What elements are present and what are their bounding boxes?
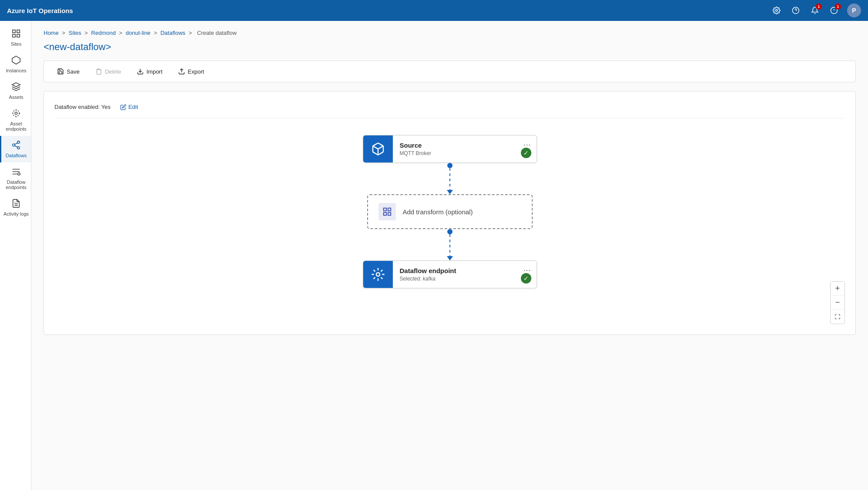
alerts-badge: 1: [835, 3, 841, 10]
edit-label: Edit: [128, 104, 138, 110]
dataflows-icon: [11, 140, 21, 151]
svg-rect-29: [388, 208, 390, 211]
sidebar-item-dataflow-endpoints[interactable]: Dataflow endpoints: [0, 162, 31, 194]
notifications-badge: 1: [816, 3, 822, 10]
sidebar-label-assets: Assets: [9, 95, 23, 100]
transform-label: Add transform (optional): [403, 208, 473, 216]
svg-point-17: [17, 141, 20, 144]
connector-arrow-1: [447, 190, 453, 194]
save-label: Save: [67, 68, 80, 75]
settings-button[interactable]: [769, 3, 784, 18]
zoom-fit-button[interactable]: [831, 310, 844, 324]
edit-button[interactable]: Edit: [116, 102, 142, 112]
svg-line-21: [15, 143, 17, 145]
breadcrumb-dataflows[interactable]: Dataflows: [160, 30, 185, 36]
topnav: Azure IoT Operations 1 1 P: [0, 0, 868, 21]
sidebar-label-asset-endpoints: Asset endpoints: [3, 121, 29, 132]
source-subtitle: MQTT Broker: [400, 150, 530, 156]
import-label: Import: [146, 68, 162, 75]
svg-point-32: [376, 273, 380, 276]
save-icon: [57, 68, 64, 75]
assets-icon: [11, 82, 21, 93]
sidebar-label-instances: Instances: [6, 68, 26, 73]
edit-icon: [120, 104, 126, 110]
svg-rect-30: [383, 213, 386, 215]
zoom-controls: + −: [830, 281, 845, 324]
delete-label: Delete: [105, 68, 122, 75]
breadcrumb-redmond[interactable]: Redmond: [91, 30, 115, 36]
svg-rect-8: [13, 34, 15, 37]
asset-endpoints-icon: [11, 108, 21, 119]
source-node-body: Source MQTT Broker: [393, 135, 537, 162]
connector-top-dot-1: [447, 163, 453, 168]
import-icon: [137, 68, 144, 75]
help-button[interactable]: [788, 3, 804, 18]
breadcrumb-current: Create dataflow: [197, 30, 236, 36]
destination-status-check: ✓: [521, 273, 531, 284]
svg-point-0: [776, 10, 778, 12]
breadcrumb-donut-line[interactable]: donut-line: [126, 30, 151, 36]
svg-rect-6: [13, 30, 15, 33]
sidebar-item-sites[interactable]: Sites: [0, 24, 31, 51]
sites-icon: [11, 29, 21, 40]
sidebar-item-activity-logs[interactable]: Activity logs: [0, 194, 31, 221]
save-button[interactable]: Save: [51, 65, 86, 78]
svg-point-18: [13, 144, 15, 146]
topnav-icons: 1 1 P: [769, 3, 861, 18]
export-icon: [178, 68, 185, 75]
connector-line-1: [449, 168, 450, 190]
svg-line-20: [15, 145, 17, 147]
flow-canvas: Dataflow enabled: Yes Edit: [44, 91, 856, 335]
dataflow-endpoints-icon: [11, 167, 21, 178]
connector-arrow-2: [447, 256, 453, 260]
activity-logs-icon: [11, 199, 21, 210]
sidebar-label-sites: Sites: [11, 41, 21, 47]
svg-rect-31: [388, 213, 390, 215]
sidebar-label-dataflows: Dataflows: [6, 153, 27, 158]
sidebar-item-asset-endpoints[interactable]: Asset endpoints: [0, 104, 31, 136]
sidebar-label-activity-logs: Activity logs: [3, 211, 29, 216]
svg-point-19: [17, 147, 20, 149]
svg-marker-10: [12, 56, 20, 64]
zoom-out-button[interactable]: −: [831, 296, 844, 310]
connector-top-dot-2: [447, 229, 453, 234]
svg-point-12: [13, 110, 20, 117]
flow-header: Dataflow enabled: Yes Edit: [54, 102, 845, 118]
destination-node-body: Dataflow endpoint Selected: kafka: [393, 261, 537, 288]
breadcrumb-sites[interactable]: Sites: [69, 30, 81, 36]
export-button[interactable]: Export: [172, 65, 210, 78]
main-layout: Sites Instances Assets: [0, 21, 868, 490]
notifications-button[interactable]: 1: [807, 3, 823, 18]
source-status-check: ✓: [521, 148, 531, 158]
destination-subtitle: Selected: kafka: [400, 276, 530, 282]
source-status: ✓: [521, 148, 531, 158]
toolbar: Save Delete Import: [44, 61, 856, 82]
source-node-icon-area: [363, 135, 393, 162]
zoom-in-button[interactable]: +: [831, 282, 844, 296]
instances-icon: [11, 55, 21, 66]
sidebar-item-assets[interactable]: Assets: [0, 78, 31, 104]
transform-grid-icon: [382, 207, 392, 216]
sidebar: Sites Instances Assets: [0, 21, 31, 490]
user-avatar[interactable]: P: [847, 3, 861, 17]
destination-node[interactable]: Dataflow endpoint Selected: kafka ⋯ ✓: [363, 260, 537, 288]
import-button[interactable]: Import: [131, 65, 169, 78]
alerts-button[interactable]: 1: [826, 3, 842, 18]
source-cube-icon: [371, 142, 385, 156]
sidebar-label-dataflow-endpoints: Dataflow endpoints: [3, 179, 29, 190]
svg-rect-28: [383, 208, 386, 211]
flow-diagram: Source MQTT Broker ⋯ ✓: [54, 131, 845, 293]
svg-rect-7: [17, 30, 20, 33]
content-area: Home > Sites > Redmond > donut-line > Da…: [31, 21, 868, 490]
sidebar-item-instances[interactable]: Instances: [0, 51, 31, 78]
destination-title: Dataflow endpoint: [400, 267, 530, 274]
flow-enabled-label: Dataflow enabled: Yes: [54, 104, 111, 110]
connector-1: [447, 163, 453, 194]
delete-button[interactable]: Delete: [89, 65, 128, 78]
transform-node[interactable]: Add transform (optional): [367, 194, 533, 229]
breadcrumb-home[interactable]: Home: [44, 30, 59, 36]
sidebar-item-dataflows[interactable]: Dataflows: [0, 136, 31, 162]
svg-point-11: [15, 112, 17, 115]
connector-line-2: [449, 234, 450, 256]
source-node[interactable]: Source MQTT Broker ⋯ ✓: [363, 135, 537, 163]
